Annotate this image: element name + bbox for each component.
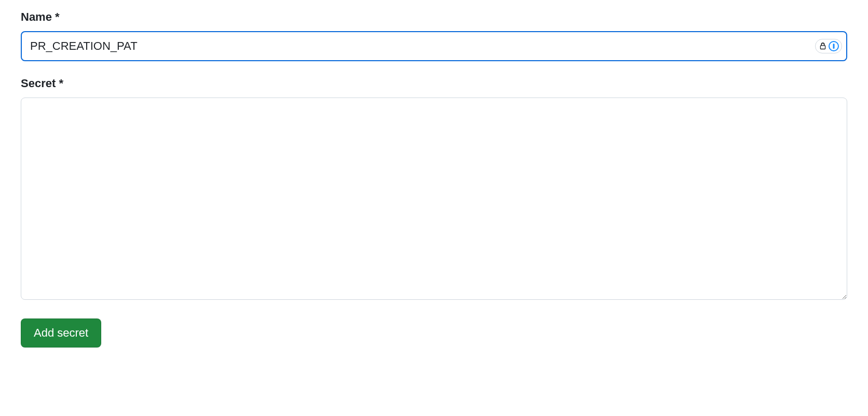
svg-rect-1 <box>833 44 835 49</box>
secret-form-group: Secret * <box>21 77 847 302</box>
name-label: Name * <box>21 10 847 24</box>
password-manager-badge[interactable] <box>815 39 842 53</box>
onepassword-icon <box>829 41 839 51</box>
name-input-wrapper <box>21 31 847 61</box>
name-input[interactable] <box>21 31 847 61</box>
secret-textarea[interactable] <box>21 98 847 300</box>
secret-label: Secret * <box>21 77 847 90</box>
button-row: Add secret <box>21 318 847 348</box>
lock-icon <box>818 41 828 51</box>
name-form-group: Name * <box>21 10 847 61</box>
add-secret-button[interactable]: Add secret <box>21 318 101 348</box>
